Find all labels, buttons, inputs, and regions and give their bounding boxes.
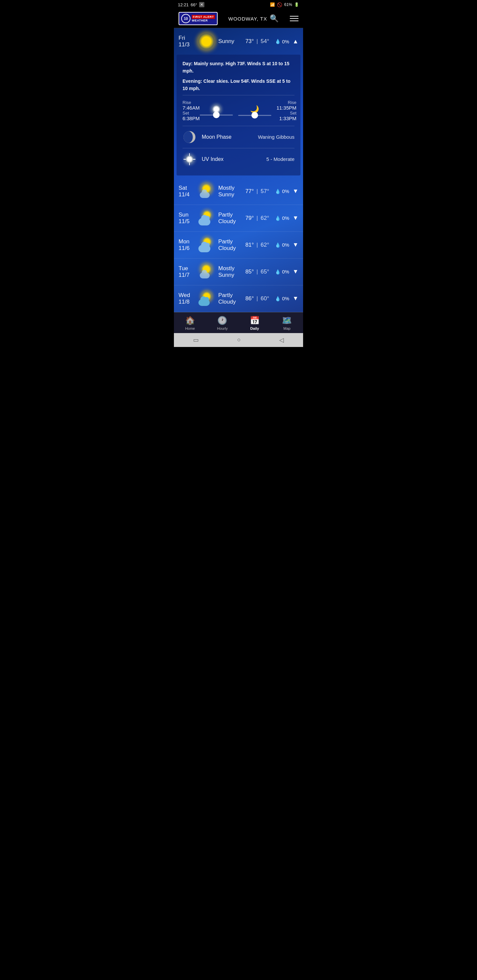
temp-separator: | [256, 38, 258, 45]
current-precip: 💧 0% [275, 39, 289, 45]
android-back-button[interactable]: ◁ [279, 336, 284, 344]
sun-set-time: 6:38PM [182, 116, 200, 121]
battery-text: 61% [284, 2, 292, 7]
forecast-chevron-down[interactable]: ▼ [292, 268, 298, 275]
android-nav-bar: ▭ ○ ◁ [174, 333, 303, 347]
forecast-precip-value: 0% [282, 188, 289, 194]
current-condition: Sunny [218, 38, 242, 45]
forecast-day-label: Tue 11/7 [179, 265, 195, 278]
forecast-precip: 💧 0% [275, 215, 289, 221]
current-day-header[interactable]: Fri 11/3 Sunny 73° | 54° 💧 0% ▲ [174, 28, 303, 55]
current-temp-high: 73° [246, 38, 254, 45]
status-left: 12:21 66° ✕ [178, 2, 204, 7]
moon-set-time: 1:33PM [277, 116, 297, 121]
forecast-condition: Mostly Sunny [218, 265, 242, 278]
android-recent-button[interactable]: ▭ [193, 336, 199, 344]
forecast-row[interactable]: Sat 11/4 Mostly Sunny 77° | 57° 💧 0% ▼ [174, 178, 303, 205]
day-detail-panel: Day: Mainly sunny. High 73F. Winds S at … [177, 55, 300, 175]
status-time: 12:21 [178, 2, 189, 7]
forecast-chevron-down[interactable]: ▼ [292, 188, 298, 195]
forecast-icon [198, 290, 215, 307]
status-right: 📶 🚫 61% 🔋 [270, 2, 299, 7]
nav-map[interactable]: 🗺️ Map [277, 316, 297, 331]
forecast-chevron-down[interactable]: ▼ [292, 215, 298, 221]
status-x-icon: ✕ [199, 2, 204, 7]
forecast-day-date: 11/5 [179, 218, 195, 225]
precip-value: 0% [282, 39, 289, 45]
nav-daily[interactable]: 📅 Daily [245, 316, 265, 331]
current-temp-low: 54° [261, 38, 269, 45]
forecast-temps: 86° | 60° [246, 295, 269, 302]
clock-icon: 🕐 [217, 316, 227, 325]
forecast-day-label: Wed 11/8 [179, 292, 195, 305]
forecast-chevron-down[interactable]: ▼ [292, 295, 298, 302]
forecast-day-name: Wed [179, 292, 195, 299]
menu-icon[interactable] [290, 14, 298, 23]
moon-phase-row: Moon Phase Waning Gibbous [182, 130, 295, 144]
home-icon: 🏠 [185, 316, 195, 325]
forecast-icon [198, 210, 215, 227]
forecast-row[interactable]: Tue 11/7 Mostly Sunny 85° | 65° 💧 0% ▼ [174, 259, 303, 285]
forecast-chevron-down[interactable]: ▼ [292, 241, 298, 248]
forecast-day-date: 11/7 [179, 272, 195, 278]
current-day-icon [198, 33, 215, 50]
forecast-day-name: Mon [179, 239, 195, 245]
moon-times: Rise 11:35PM Set 1:33PM [277, 100, 297, 121]
droplet-icon: 💧 [275, 189, 281, 194]
partly-cloudy-icon [198, 210, 215, 227]
forecast-temp-high: 79° [246, 215, 254, 221]
evening-description: Evening: Clear skies. Low 54F. Winds SSE… [182, 78, 295, 92]
app-logo[interactable]: 10 FIRST ALERT WEATHER [179, 12, 218, 25]
forecast-day-date: 11/6 [179, 245, 195, 251]
nav-hourly[interactable]: 🕐 Hourly [212, 316, 232, 331]
evening-label: Evening: [182, 78, 202, 84]
forecast-day-name: Sat [179, 185, 195, 191]
forecast-condition: Mostly Sunny [218, 185, 242, 198]
search-icon[interactable]: 🔍 [270, 14, 279, 23]
forecast-precip: 💧 0% [275, 242, 289, 248]
forecast-day-name: Sun [179, 212, 195, 218]
droplet-icon: 💧 [275, 216, 281, 221]
forecast-precip-value: 0% [282, 242, 289, 248]
day-desc-text: Mainly sunny. High 73F. Winds S at 10 to… [182, 61, 289, 73]
rise-label: Rise [182, 100, 200, 105]
location-display[interactable]: WOODWAY, TX 🔍 [228, 14, 279, 23]
nav-home-label: Home [185, 326, 195, 331]
forecast-temp-low: 62° [261, 242, 269, 248]
droplet-icon: 💧 [275, 269, 281, 274]
expand-chevron-up[interactable]: ▲ [292, 38, 298, 45]
forecast-row[interactable]: Wed 11/8 Partly Cloudy 86° | 60° 💧 0% ▼ [174, 285, 303, 312]
battery-icon: 🔋 [294, 2, 299, 7]
partly-cloudy-icon [198, 236, 215, 254]
current-day-label: Fri 11/3 [179, 35, 195, 48]
current-day-name: Fri [179, 35, 195, 41]
forecast-temp-low: 57° [261, 188, 269, 195]
sun-icon [198, 33, 214, 49]
forecast-icon [198, 183, 215, 200]
forecast-condition: Partly Cloudy [218, 212, 242, 225]
sun-rise-time: 7:46AM [182, 105, 200, 111]
app-header: 10 FIRST ALERT WEATHER WOODWAY, TX 🔍 [174, 9, 303, 28]
forecast-precip-value: 0% [282, 269, 289, 274]
forecast-precip-value: 0% [282, 215, 289, 221]
forecast-day-label: Sun 11/5 [179, 212, 195, 225]
forecast-temp-low: 60° [261, 295, 269, 302]
forecast-precip: 💧 0% [275, 269, 289, 274]
forecast-temps: 81° | 62° [246, 242, 269, 248]
mostly-sunny-icon [198, 183, 215, 200]
nav-home[interactable]: 🏠 Home [180, 316, 200, 331]
forecast-temp-low: 62° [261, 215, 269, 221]
nav-map-label: Map [284, 326, 290, 331]
uv-value: 5 - Moderate [266, 156, 295, 162]
forecast-row[interactable]: Sun 11/5 Partly Cloudy 79° | 62° 💧 0% ▼ [174, 205, 303, 232]
forecast-temp-high: 85° [246, 269, 254, 275]
forecast-temp-high: 77° [246, 188, 254, 195]
android-home-button[interactable]: ○ [237, 336, 241, 343]
channel-number: 10 [181, 14, 190, 23]
moon-rise-label: Rise [277, 100, 297, 105]
current-temps: 73° | 54° [246, 38, 269, 45]
moon-bar: 🌙 [238, 105, 271, 116]
nav-daily-label: Daily [250, 326, 259, 331]
forecast-row[interactable]: Mon 11/6 Partly Cloudy 81° | 62° 💧 0% ▼ [174, 232, 303, 259]
day-label: Day: [182, 61, 193, 66]
